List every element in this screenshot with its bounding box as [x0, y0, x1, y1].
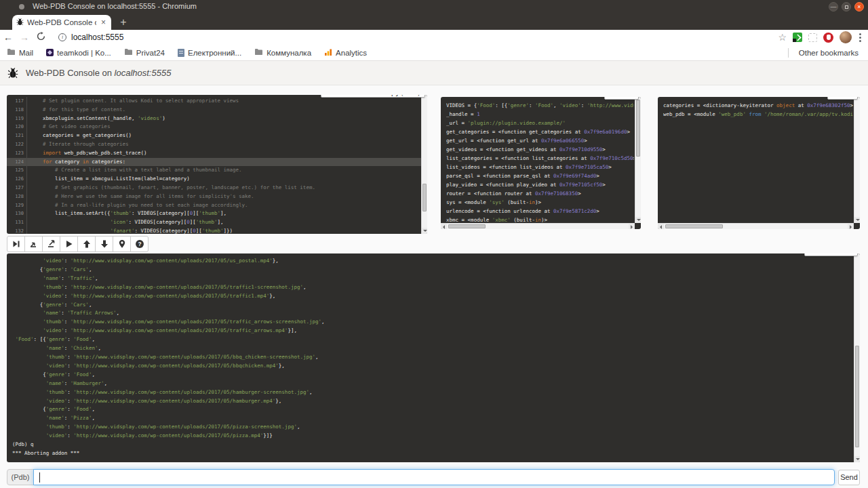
scroll-down-button[interactable] [854, 456, 860, 462]
locals-vertical-scrollbar[interactable] [854, 97, 860, 223]
return-button[interactable] [42, 236, 60, 252]
send-button[interactable]: Send [838, 470, 860, 485]
scrollbar-thumb[interactable] [422, 184, 427, 211]
variable-line: VIDEOS = {'Food': [{'genre': 'Food', 'vi… [446, 101, 634, 110]
code-line: 118 # for this type of content. [7, 106, 421, 115]
console-line: (Pdb) q [12, 441, 852, 449]
scrollbar-thumb[interactable] [448, 224, 486, 228]
maximize-button[interactable] [842, 2, 851, 12]
console-line: 'video': 'http://www.vidsplay.com/wp-con… [12, 397, 852, 406]
console-line: 'thumb': 'http://www.vidsplay.com/wp-con… [12, 318, 852, 327]
code-line: 122 # Iterate through categories [7, 140, 421, 149]
down-button[interactable] [95, 236, 113, 252]
question-icon: ? [135, 239, 144, 249]
scroll-down-button[interactable] [854, 217, 860, 223]
back-icon[interactable]: ← [0, 32, 16, 43]
page-info-icon[interactable]: i [58, 33, 66, 41]
code-line: 121 categories = get_categories() [7, 131, 421, 140]
console-line: *** Aborting addon *** [12, 449, 852, 458]
bookmark-item[interactable]: Електронний... [178, 49, 241, 57]
code-line: 126 list_item = xbmcgui.ListItem(label=c… [7, 175, 421, 184]
browser-tab[interactable]: Web-PDB Console on loca × [12, 15, 111, 30]
where-button[interactable] [113, 236, 131, 252]
bug-favicon [16, 16, 24, 28]
current-file-label: Current file: main.py(124) [321, 95, 425, 98]
page-header: Web-PDB Console on localhost:5555 [0, 61, 868, 85]
code-vertical-scrollbar[interactable] [421, 95, 427, 234]
step-out-icon [47, 239, 56, 249]
code-line: 128 # Here we use the same image for all… [7, 192, 421, 201]
variable-line: list_videos = <function list_videos at 0… [446, 163, 634, 171]
help-button[interactable]: ? [130, 236, 149, 252]
scroll-right-button[interactable] [848, 224, 854, 229]
web-pdb-page: Web-PDB Console on localhost:5555 Curren… [0, 61, 868, 488]
globals-lines: VIDEOS = {'Food': [{'genre': 'Food', 'vi… [446, 101, 634, 222]
continue-button[interactable] [60, 236, 78, 252]
code-line: 132 'fanart': VIDEOS[category][0]['thumb… [7, 227, 421, 234]
variable-line: parse_qsl = <function parse_qsl at 0x7f9… [446, 171, 634, 180]
doc-favicon [178, 49, 184, 57]
scrollbar-thumb[interactable] [665, 224, 723, 228]
close-button[interactable]: × [854, 2, 864, 12]
locals-horizontal-scrollbar[interactable] [658, 223, 854, 229]
variable-line: get_url = <function get_url at 0x7f9e6a0… [446, 136, 634, 145]
scroll-down-button[interactable] [422, 228, 427, 234]
console-vertical-scrollbar[interactable] [854, 253, 860, 462]
extension-placeholder-icon[interactable] [808, 33, 817, 42]
globals-panel: Globals VIDEOS = {'Food': [{'genre': 'Fo… [441, 97, 641, 229]
globals-horizontal-scrollbar[interactable] [441, 223, 635, 229]
variable-line: _handle = 1 [446, 110, 634, 119]
pdb-prompt-label: (Pdb) [7, 469, 34, 485]
up-button[interactable] [77, 236, 96, 252]
scroll-left-button[interactable] [658, 224, 664, 229]
new-tab-button[interactable]: + [117, 16, 130, 28]
browser-menu-icon[interactable] [858, 32, 863, 43]
other-bookmarks-button[interactable]: Other bookmarks [795, 49, 859, 57]
code-line: 131 'icon': VIDEOS[category][0]['thumb']… [7, 218, 421, 227]
minimize-button[interactable]: — [829, 2, 838, 12]
variable-line: get_videos = <function get_videos at 0x7… [446, 145, 634, 154]
globals-vertical-scrollbar[interactable] [635, 97, 641, 223]
scroll-right-button[interactable] [629, 224, 635, 229]
scrollbar-thumb[interactable] [855, 346, 859, 448]
map-marker-icon [117, 239, 127, 249]
tab-close-icon[interactable]: × [100, 18, 107, 27]
arrow-up-icon [82, 239, 92, 249]
scrollbar-thumb[interactable] [636, 100, 640, 157]
console-line: 'name': 'Traffic', [12, 274, 852, 283]
locals-label: Locals [827, 97, 858, 100]
bookmark-item[interactable]: Analytics [324, 48, 367, 58]
extension-green-icon[interactable] [793, 33, 802, 42]
prompt-bar: (Pdb) Send [7, 469, 860, 487]
reload-icon[interactable] [33, 32, 49, 43]
step-button[interactable] [24, 236, 43, 252]
step-into-icon [29, 239, 39, 249]
scroll-down-button[interactable] [635, 217, 641, 223]
console-line: 'thumb': 'http://www.vidsplay.com/wp-con… [12, 283, 852, 292]
bookmark-star-icon[interactable]: ☆ [778, 32, 787, 43]
console-line: 'video': 'http://www.vidsplay.com/wp-con… [12, 257, 852, 266]
code-line: 127 # Set graphics (thumbnail, fanart, b… [7, 184, 421, 192]
command-input[interactable] [33, 469, 835, 485]
variable-line: urlencode = <function urlencode at 0x7f9… [446, 207, 634, 216]
forward-icon[interactable]: → [16, 32, 33, 43]
profile-avatar[interactable] [840, 31, 852, 43]
bookmarks-bar: Mailteamkodi | Ko...Privat24Електронний.… [0, 45, 868, 61]
step-forward-icon [12, 239, 21, 249]
console-line: 'name': 'Hamburger', [12, 380, 852, 388]
url-text: localhost:5555 [71, 33, 123, 42]
console-line: 'video': 'http://www.vidsplay.com/wp-con… [12, 292, 852, 301]
arrow-down-icon [100, 239, 109, 249]
adblock-hand-icon[interactable] [823, 33, 833, 43]
bookmark-item[interactable]: Privat24 [124, 48, 165, 57]
next-button[interactable] [7, 236, 25, 252]
bookmark-item[interactable]: Коммуналка [254, 48, 311, 57]
omnibox[interactable]: i localhost:5555 [53, 31, 778, 43]
scroll-left-button[interactable] [441, 224, 447, 229]
debugger-toolbar: ? [7, 236, 149, 252]
page-title: Web-PDB Console on localhost:5555 [26, 68, 171, 78]
console-line: 'video': 'http://www.vidsplay.com/wp-con… [12, 327, 852, 336]
bookmark-item[interactable]: Mail [7, 48, 33, 57]
bookmark-item[interactable]: teamkodi | Ko... [46, 49, 111, 57]
window-icon [19, 4, 24, 9]
